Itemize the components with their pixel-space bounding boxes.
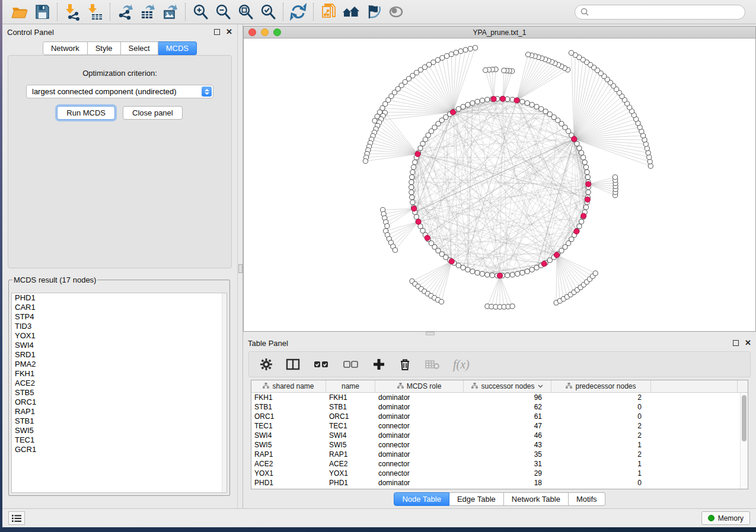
splitter-handle[interactable] — [238, 264, 243, 273]
tab-select[interactable]: Select — [121, 41, 158, 55]
graph-node[interactable] — [583, 205, 588, 210]
table-cell[interactable]: ORC1 — [326, 412, 375, 421]
table-cell[interactable]: FKH1 — [251, 393, 326, 402]
table-row[interactable]: TEC1TEC1connector472 — [251, 421, 748, 431]
table-cell[interactable]: 0 — [551, 412, 651, 421]
float-panel-icon[interactable] — [214, 29, 220, 35]
table-cell[interactable]: FKH1 — [326, 393, 375, 402]
mcds-result-item[interactable]: RAP1 — [12, 407, 227, 416]
tab-mcds[interactable]: MCDS — [158, 41, 197, 55]
table-row[interactable]: ACE2ACE2connector311 — [251, 459, 748, 469]
graph-node[interactable] — [475, 270, 480, 275]
table-cell[interactable]: dominator — [375, 478, 464, 488]
close-panel-icon[interactable]: ✕ — [745, 340, 751, 346]
criterion-select[interactable]: largest connected component (undirected) — [26, 85, 213, 98]
network-canvas[interactable] — [244, 39, 755, 331]
table-cell[interactable]: 96 — [464, 393, 551, 402]
select-all-icon[interactable] — [313, 358, 330, 370]
graph-node[interactable] — [420, 228, 425, 233]
search-box[interactable] — [575, 5, 745, 20]
graph-node[interactable] — [585, 169, 589, 174]
show-all-icon[interactable] — [340, 2, 362, 22]
graph-node[interactable] — [426, 133, 430, 137]
graph-node-dominator[interactable] — [416, 219, 421, 225]
table-cell[interactable]: YOX1 — [326, 469, 375, 478]
graph-node-dominator[interactable] — [585, 197, 590, 202]
graph-node[interactable] — [363, 159, 368, 164]
graph-node[interactable] — [444, 53, 449, 58]
tab-edge-table[interactable]: Edge Table — [449, 492, 504, 506]
graph-node[interactable] — [410, 200, 415, 204]
graph-node[interactable] — [647, 159, 652, 164]
graph-node-dominator[interactable] — [497, 273, 502, 278]
graph-node[interactable] — [510, 304, 515, 309]
column-header-MCDS-role[interactable]: MCDS role — [375, 380, 464, 392]
table-cell[interactable]: connector — [375, 421, 464, 431]
graph-node[interactable] — [569, 237, 574, 242]
import-table-icon[interactable] — [84, 2, 106, 22]
graph-node[interactable] — [586, 190, 591, 194]
export-network-icon[interactable] — [114, 2, 136, 22]
table-row[interactable]: PHD1PHD1dominator180 — [251, 478, 748, 488]
mcds-result-item[interactable]: GCR1 — [12, 445, 227, 454]
graph-node[interactable] — [393, 248, 397, 252]
graph-node[interactable] — [539, 107, 544, 111]
graph-node[interactable] — [646, 150, 650, 155]
table-cell[interactable]: 1 — [551, 469, 651, 478]
graph-node[interactable] — [490, 273, 495, 278]
graph-node[interactable] — [505, 273, 510, 278]
table-cell[interactable]: ACE2 — [326, 459, 375, 469]
graph-node[interactable] — [454, 50, 458, 55]
zoom-out-icon[interactable] — [212, 2, 234, 22]
graph-node[interactable] — [480, 271, 484, 276]
graph-node[interactable] — [440, 56, 445, 60]
graph-node[interactable] — [458, 49, 463, 53]
graph-node-dominator[interactable] — [415, 151, 420, 156]
graph-node[interactable] — [579, 219, 583, 224]
graph-node[interactable] — [473, 46, 477, 50]
graph-node[interactable] — [429, 129, 433, 133]
graph-node[interactable] — [647, 155, 652, 159]
graph-node[interactable] — [461, 265, 465, 270]
table-cell[interactable]: connector — [375, 440, 464, 450]
graph-node[interactable] — [534, 265, 539, 270]
mcds-result-item[interactable]: STB5 — [12, 388, 227, 398]
graph-node[interactable] — [569, 50, 573, 55]
graph-node[interactable] — [409, 180, 414, 184]
mcds-result-list[interactable]: PHD1CAR1STP4TID3YOX1SWI4SRD1PMA2FKH1ACE2… — [11, 293, 227, 493]
mcds-result-item[interactable]: SWI4 — [12, 341, 227, 350]
graph-node-dominator[interactable] — [554, 252, 559, 258]
network-graph[interactable] — [244, 39, 755, 331]
graph-node[interactable] — [613, 175, 617, 180]
table-row[interactable]: YOX1YOX1connector291 — [251, 469, 748, 478]
graph-node[interactable] — [543, 109, 548, 114]
graph-node[interactable] — [534, 104, 539, 109]
tab-network[interactable]: Network — [43, 41, 88, 55]
graph-node[interactable] — [439, 299, 444, 304]
table-cell[interactable]: 0 — [551, 402, 651, 412]
graph-node[interactable] — [520, 270, 525, 275]
column-header-predecessor-nodes[interactable]: predecessor nodes — [551, 380, 651, 392]
graph-node[interactable] — [449, 52, 454, 56]
table-cell[interactable]: 46 — [464, 431, 551, 440]
graph-node[interactable] — [502, 68, 506, 73]
table-cell[interactable]: 35 — [464, 450, 551, 459]
close-panel-icon[interactable]: ✕ — [226, 29, 232, 35]
table-cell[interactable]: connector — [375, 469, 464, 478]
graph-node[interactable] — [465, 102, 470, 107]
graph-node[interactable] — [410, 169, 415, 174]
graph-node[interactable] — [475, 99, 480, 104]
graph-node[interactable] — [520, 99, 525, 104]
table-cell[interactable]: RAP1 — [326, 450, 375, 459]
graph-node[interactable] — [385, 223, 390, 228]
graph-node-dominator[interactable] — [514, 98, 519, 103]
table-cell[interactable]: 62 — [464, 402, 551, 412]
mcds-result-item[interactable]: STP4 — [12, 312, 227, 322]
save-session-icon[interactable] — [31, 2, 53, 22]
table-cell[interactable]: STB1 — [251, 402, 326, 412]
table-cell[interactable]: 2 — [551, 431, 651, 440]
table-cell[interactable]: SWI4 — [251, 431, 326, 440]
import-network-icon[interactable] — [61, 2, 84, 22]
vertical-splitter[interactable] — [237, 24, 243, 508]
deselect-all-icon[interactable] — [343, 358, 359, 370]
